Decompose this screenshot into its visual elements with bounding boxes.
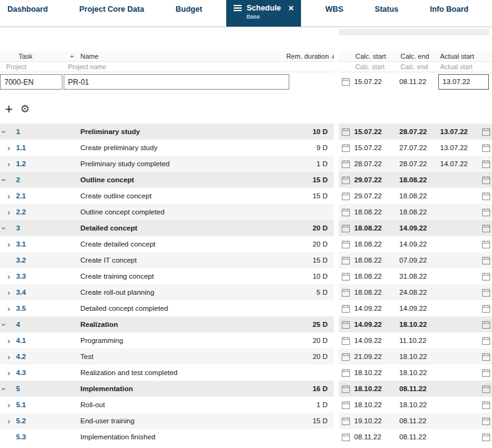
- calendar-icon[interactable]: [342, 256, 354, 264]
- task-row-5-1[interactable]: ›5.1Roll-out1 D: [0, 397, 334, 413]
- task-dates-row-3-3[interactable]: 18.08.2231.08.22: [339, 268, 492, 284]
- task-dates-row-4[interactable]: 14.09.2218.10.22: [339, 316, 492, 332]
- calendar-icon[interactable]: [482, 176, 492, 184]
- calendar-icon[interactable]: [342, 337, 354, 345]
- task-dates-row-3-2[interactable]: 18.08.2207.09.22: [339, 252, 492, 268]
- task-row-3-3[interactable]: ›3.3Create training concept10 D: [0, 268, 334, 284]
- task-row-4[interactable]: ›4Realization25 D: [0, 316, 334, 332]
- calendar-icon[interactable]: [342, 417, 354, 425]
- tab-info-board[interactable]: Info Board: [422, 0, 476, 19]
- calendar-icon[interactable]: [342, 353, 354, 361]
- horizontal-scrollbar[interactable]: [339, 29, 489, 35]
- calendar-icon[interactable]: [342, 160, 354, 168]
- project-id-input[interactable]: [0, 74, 62, 90]
- calendar-icon[interactable]: [482, 385, 492, 393]
- calendar-icon[interactable]: [482, 433, 492, 441]
- chevron-right-icon[interactable]: ›: [0, 368, 16, 378]
- calendar-icon[interactable]: [342, 240, 354, 248]
- calendar-icon[interactable]: [482, 337, 492, 345]
- chevron-right-icon[interactable]: ›: [0, 143, 16, 153]
- calendar-icon[interactable]: [342, 401, 354, 409]
- task-row-3-2[interactable]: 3.2Create IT concept15 D: [0, 252, 334, 268]
- calendar-icon[interactable]: [342, 144, 354, 152]
- task-dates-row-1[interactable]: 15.07.2228.07.2213.07.22: [339, 124, 492, 140]
- task-dates-row-4-1[interactable]: 14.09.2211.10.22: [339, 332, 492, 349]
- tab-schedule[interactable]: Schedule×Base: [226, 0, 301, 27]
- task-dates-row-3[interactable]: 18.08.2214.09.22: [339, 220, 492, 236]
- chevron-down-icon[interactable]: ›: [0, 320, 16, 329]
- chevron-right-icon[interactable]: ›: [0, 288, 16, 297]
- calendar-icon[interactable]: [342, 289, 354, 297]
- task-dates-row-2-1[interactable]: 29.07.2218.08.22: [339, 188, 492, 204]
- task-row-3-1[interactable]: ›3.1Create detailed concept20 D: [0, 236, 334, 252]
- task-dates-row-4-2[interactable]: 21.09.2218.10.22: [339, 349, 492, 365]
- task-row-4-3[interactable]: ›4.3Realization and test completed: [0, 365, 334, 381]
- calendar-icon[interactable]: [342, 369, 354, 377]
- settings-gear-button[interactable]: ⚙: [20, 103, 30, 116]
- task-row-2-1[interactable]: ›2.1Create outline concept15 D: [0, 188, 334, 204]
- chevron-right-icon[interactable]: ›: [0, 416, 16, 426]
- task-row-3-4[interactable]: ›3.4Create roll-out planning5 D: [0, 284, 334, 300]
- task-dates-row-1-2[interactable]: 28.07.2228.07.2214.07.22: [339, 156, 492, 172]
- chevron-right-icon[interactable]: ›: [0, 352, 16, 361]
- calendar-icon[interactable]: [482, 144, 492, 152]
- task-dates-row-5-2[interactable]: 19.10.2208.11.22: [339, 413, 492, 429]
- tab-dashboard[interactable]: Dashboard: [0, 0, 55, 19]
- calendar-icon[interactable]: [342, 78, 350, 87]
- task-row-2-2[interactable]: ›2.2Outline concept completed: [0, 204, 334, 220]
- calendar-icon[interactable]: [482, 369, 492, 377]
- task-row-1-1[interactable]: ›1.1Create preliminary study9 D: [0, 140, 334, 156]
- calendar-icon[interactable]: [342, 433, 354, 441]
- calendar-icon[interactable]: [342, 305, 354, 313]
- calendar-icon[interactable]: [482, 321, 492, 329]
- task-dates-row-5-1[interactable]: 18.10.2218.10.22: [339, 397, 492, 413]
- calendar-icon[interactable]: [342, 176, 354, 184]
- task-row-2[interactable]: ›2Outline concept15 D: [0, 172, 334, 188]
- calendar-icon[interactable]: [482, 160, 492, 168]
- calendar-icon[interactable]: [482, 256, 492, 264]
- close-icon[interactable]: ×: [289, 3, 294, 12]
- calendar-icon[interactable]: [342, 321, 354, 329]
- chevron-down-icon[interactable]: ›: [0, 224, 16, 233]
- task-row-4-2[interactable]: ›4.2Test20 D: [0, 349, 334, 365]
- calendar-icon[interactable]: [482, 192, 492, 200]
- calendar-icon[interactable]: [482, 417, 492, 425]
- calendar-icon[interactable]: [482, 273, 492, 281]
- chevron-right-icon[interactable]: ›: [0, 304, 16, 313]
- add-column-icon[interactable]: +: [70, 53, 74, 60]
- chevron-right-icon[interactable]: ›: [0, 272, 16, 281]
- chevron-right-icon[interactable]: ›: [0, 336, 16, 345]
- calendar-icon[interactable]: [342, 192, 354, 200]
- chevron-down-icon[interactable]: ›: [0, 175, 16, 185]
- task-row-5[interactable]: ›5Implementation16 D: [0, 381, 334, 397]
- add-task-button[interactable]: +: [5, 103, 13, 116]
- calendar-icon[interactable]: [482, 240, 492, 248]
- task-row-5-2[interactable]: ›5.2End-user training15 D: [0, 413, 334, 429]
- task-dates-row-4-3[interactable]: 18.10.2218.10.22: [339, 365, 492, 381]
- calendar-icon[interactable]: [482, 128, 492, 136]
- project-name-input[interactable]: [64, 74, 289, 90]
- task-row-5-3[interactable]: 5.3Implementation finished: [0, 429, 334, 445]
- task-dates-row-2[interactable]: 29.07.2218.08.22: [339, 172, 492, 188]
- chevron-down-icon[interactable]: ›: [0, 384, 16, 394]
- task-row-1[interactable]: ›1Preliminary study10 D: [0, 124, 334, 140]
- task-dates-row-5-3[interactable]: 08.11.2208.11.22: [339, 429, 492, 445]
- task-dates-row-3-1[interactable]: 18.08.2214.09.22: [339, 236, 492, 252]
- task-dates-row-1-1[interactable]: 15.07.2227.07.2213.07.22: [339, 140, 492, 156]
- calendar-icon[interactable]: [482, 208, 492, 216]
- chevron-down-icon[interactable]: ›: [0, 127, 16, 137]
- task-dates-row-3-4[interactable]: 18.08.2224.08.22: [339, 284, 492, 300]
- calendar-icon[interactable]: [342, 385, 354, 393]
- chevron-right-icon[interactable]: ›: [0, 159, 16, 169]
- task-dates-row-3-5[interactable]: 14.09.2214.09.22: [339, 300, 492, 316]
- calendar-icon[interactable]: [482, 305, 492, 313]
- chevron-right-icon[interactable]: ›: [0, 400, 16, 410]
- calendar-icon[interactable]: [482, 289, 492, 297]
- calendar-icon[interactable]: [482, 401, 492, 409]
- tab-wbs[interactable]: WBS: [318, 0, 350, 19]
- calendar-icon[interactable]: [482, 224, 492, 232]
- chevron-right-icon[interactable]: ›: [0, 192, 16, 201]
- task-row-3[interactable]: ›3Detailed concept20 D: [0, 220, 334, 236]
- calendar-icon[interactable]: [342, 273, 354, 281]
- hamburger-icon[interactable]: [234, 4, 242, 11]
